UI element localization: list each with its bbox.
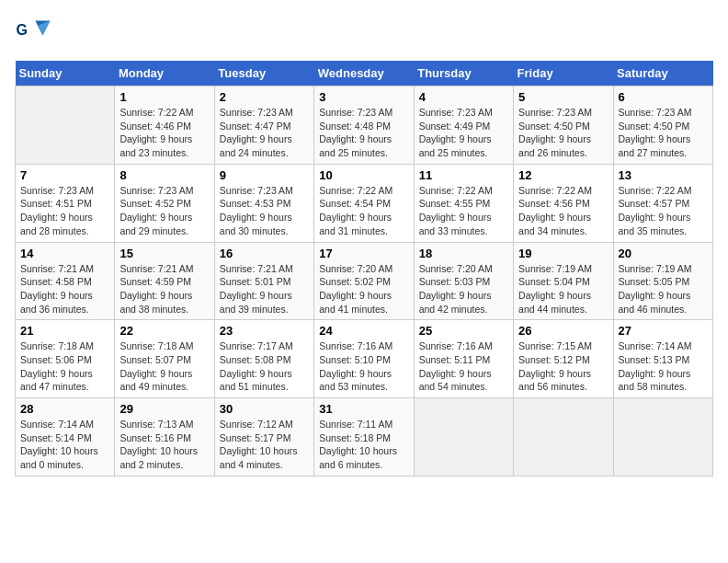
day-detail: Sunrise: 7:22 AM Sunset: 4:54 PM Dayligh…: [319, 184, 408, 238]
day-detail: Sunrise: 7:23 AM Sunset: 4:50 PM Dayligh…: [518, 106, 608, 160]
logo: G: [15, 15, 55, 52]
day-detail: Sunrise: 7:13 AM Sunset: 5:16 PM Dayligh…: [119, 418, 209, 472]
day-number: 10: [319, 168, 408, 182]
calendar-cell: [514, 398, 613, 477]
day-number: 22: [119, 324, 209, 338]
day-number: 20: [619, 247, 708, 260]
day-number: 21: [20, 324, 109, 338]
day-detail: Sunrise: 7:18 AM Sunset: 5:07 PM Dayligh…: [119, 339, 209, 394]
day-detail: Sunrise: 7:16 AM Sunset: 5:11 PM Dayligh…: [419, 339, 508, 394]
day-detail: Sunrise: 7:15 AM Sunset: 5:12 PM Dayligh…: [518, 339, 608, 394]
calendar-cell: 10 Sunrise: 7:22 AM Sunset: 4:54 PM Dayl…: [314, 164, 414, 242]
day-detail: Sunrise: 7:22 AM Sunset: 4:55 PM Dayligh…: [419, 184, 508, 238]
calendar-cell: 15 Sunrise: 7:21 AM Sunset: 4:59 PM Dayl…: [115, 242, 214, 320]
calendar-cell: 24 Sunrise: 7:16 AM Sunset: 5:10 PM Dayl…: [314, 320, 414, 398]
calendar-cell: 28 Sunrise: 7:14 AM Sunset: 5:14 PM Dayl…: [16, 398, 115, 477]
day-detail: Sunrise: 7:21 AM Sunset: 5:01 PM Dayligh…: [220, 262, 309, 316]
week-row-4: 21 Sunrise: 7:18 AM Sunset: 5:06 PM Dayl…: [16, 320, 713, 398]
calendar-cell: 20 Sunrise: 7:19 AM Sunset: 5:05 PM Dayl…: [613, 242, 712, 320]
day-detail: Sunrise: 7:16 AM Sunset: 5:10 PM Dayligh…: [319, 339, 408, 394]
calendar-cell: 29 Sunrise: 7:13 AM Sunset: 5:16 PM Dayl…: [115, 398, 214, 477]
calendar-cell: 12 Sunrise: 7:22 AM Sunset: 4:56 PM Dayl…: [514, 164, 613, 242]
day-header-thursday: Thursday: [414, 61, 513, 86]
calendar-cell: 8 Sunrise: 7:23 AM Sunset: 4:52 PM Dayli…: [115, 164, 214, 242]
day-detail: Sunrise: 7:22 AM Sunset: 4:46 PM Dayligh…: [119, 106, 209, 160]
day-number: 14: [20, 247, 109, 260]
day-number: 3: [319, 90, 408, 104]
calendar-cell: 22 Sunrise: 7:18 AM Sunset: 5:07 PM Dayl…: [115, 320, 214, 398]
day-detail: Sunrise: 7:23 AM Sunset: 4:51 PM Dayligh…: [20, 184, 109, 238]
day-number: 8: [119, 168, 209, 182]
calendar-table: SundayMondayTuesdayWednesdayThursdayFrid…: [15, 61, 713, 477]
day-number: 25: [419, 324, 508, 338]
day-detail: Sunrise: 7:17 AM Sunset: 5:08 PM Dayligh…: [220, 339, 309, 394]
day-detail: Sunrise: 7:20 AM Sunset: 5:02 PM Dayligh…: [319, 262, 408, 316]
day-number: 27: [619, 324, 708, 338]
day-number: 2: [220, 90, 309, 104]
day-number: 17: [319, 247, 408, 260]
day-detail: Sunrise: 7:22 AM Sunset: 4:56 PM Dayligh…: [518, 184, 608, 238]
day-number: 18: [419, 247, 508, 260]
week-row-5: 28 Sunrise: 7:14 AM Sunset: 5:14 PM Dayl…: [16, 398, 713, 477]
logo-icon: G: [15, 15, 51, 52]
day-detail: Sunrise: 7:14 AM Sunset: 5:14 PM Dayligh…: [20, 418, 109, 472]
day-number: 1: [119, 90, 209, 104]
calendar-cell: 18 Sunrise: 7:20 AM Sunset: 5:03 PM Dayl…: [414, 242, 513, 320]
day-detail: Sunrise: 7:22 AM Sunset: 4:57 PM Dayligh…: [619, 184, 708, 238]
calendar-cell: 1 Sunrise: 7:22 AM Sunset: 4:46 PM Dayli…: [115, 86, 214, 165]
day-number: 26: [518, 324, 608, 338]
calendar-cell: 26 Sunrise: 7:15 AM Sunset: 5:12 PM Dayl…: [514, 320, 613, 398]
day-detail: Sunrise: 7:23 AM Sunset: 4:52 PM Dayligh…: [119, 184, 209, 238]
day-detail: Sunrise: 7:14 AM Sunset: 5:13 PM Dayligh…: [619, 339, 708, 394]
calendar-cell: [16, 86, 115, 165]
day-detail: Sunrise: 7:11 AM Sunset: 5:18 PM Dayligh…: [319, 418, 408, 472]
calendar-cell: 14 Sunrise: 7:21 AM Sunset: 4:58 PM Dayl…: [16, 242, 115, 320]
calendar-cell: 3 Sunrise: 7:23 AM Sunset: 4:48 PM Dayli…: [314, 86, 414, 165]
day-number: 28: [20, 402, 109, 416]
day-number: 19: [518, 247, 608, 260]
day-number: 11: [419, 168, 508, 182]
day-number: 9: [220, 168, 309, 182]
day-number: 4: [419, 90, 508, 104]
calendar-cell: 7 Sunrise: 7:23 AM Sunset: 4:51 PM Dayli…: [16, 164, 115, 242]
calendar-cell: 23 Sunrise: 7:17 AM Sunset: 5:08 PM Dayl…: [214, 320, 313, 398]
day-number: 6: [619, 90, 708, 104]
day-detail: Sunrise: 7:23 AM Sunset: 4:50 PM Dayligh…: [619, 106, 708, 160]
calendar-cell: 21 Sunrise: 7:18 AM Sunset: 5:06 PM Dayl…: [16, 320, 115, 398]
calendar-cell: 25 Sunrise: 7:16 AM Sunset: 5:11 PM Dayl…: [414, 320, 513, 398]
day-number: 16: [220, 247, 309, 260]
day-number: 13: [619, 168, 708, 182]
svg-text:G: G: [17, 22, 28, 38]
day-header-sunday: Sunday: [16, 61, 115, 86]
day-detail: Sunrise: 7:19 AM Sunset: 5:05 PM Dayligh…: [619, 262, 708, 316]
day-detail: Sunrise: 7:23 AM Sunset: 4:49 PM Dayligh…: [419, 106, 508, 160]
day-detail: Sunrise: 7:21 AM Sunset: 4:58 PM Dayligh…: [20, 262, 109, 316]
day-detail: Sunrise: 7:23 AM Sunset: 4:53 PM Dayligh…: [220, 184, 309, 238]
calendar-cell: 27 Sunrise: 7:14 AM Sunset: 5:13 PM Dayl…: [613, 320, 712, 398]
calendar-cell: 4 Sunrise: 7:23 AM Sunset: 4:49 PM Dayli…: [414, 86, 513, 165]
day-detail: Sunrise: 7:21 AM Sunset: 4:59 PM Dayligh…: [119, 262, 209, 316]
day-detail: Sunrise: 7:12 AM Sunset: 5:17 PM Dayligh…: [220, 418, 309, 472]
calendar-cell: 9 Sunrise: 7:23 AM Sunset: 4:53 PM Dayli…: [214, 164, 313, 242]
calendar-cell: 5 Sunrise: 7:23 AM Sunset: 4:50 PM Dayli…: [514, 86, 613, 165]
calendar-cell: 19 Sunrise: 7:19 AM Sunset: 5:04 PM Dayl…: [514, 242, 613, 320]
day-number: 31: [319, 402, 408, 416]
day-header-friday: Friday: [514, 61, 613, 86]
day-number: 29: [119, 402, 209, 416]
calendar-cell: 17 Sunrise: 7:20 AM Sunset: 5:02 PM Dayl…: [314, 242, 414, 320]
calendar-cell: 6 Sunrise: 7:23 AM Sunset: 4:50 PM Dayli…: [613, 86, 712, 165]
day-number: 7: [20, 168, 109, 182]
day-header-saturday: Saturday: [613, 61, 712, 86]
day-number: 23: [220, 324, 309, 338]
page-header: G: [15, 15, 713, 52]
day-number: 30: [220, 402, 309, 416]
day-number: 24: [319, 324, 408, 338]
day-detail: Sunrise: 7:23 AM Sunset: 4:48 PM Dayligh…: [319, 106, 408, 160]
day-detail: Sunrise: 7:23 AM Sunset: 4:47 PM Dayligh…: [220, 106, 309, 160]
calendar-cell: [414, 398, 513, 477]
week-row-1: 1 Sunrise: 7:22 AM Sunset: 4:46 PM Dayli…: [16, 86, 713, 165]
calendar-cell: 13 Sunrise: 7:22 AM Sunset: 4:57 PM Dayl…: [613, 164, 712, 242]
calendar-cell: [613, 398, 712, 477]
day-number: 12: [518, 168, 608, 182]
day-header-tuesday: Tuesday: [214, 61, 313, 86]
